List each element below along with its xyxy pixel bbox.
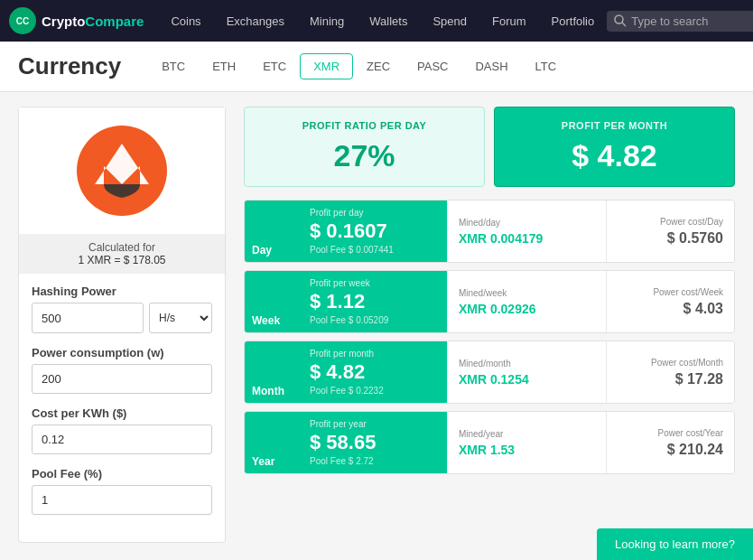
row-profit-value: $ 58.65: [310, 431, 436, 454]
row-profit-cell: Profit per week $ 1.12 Pool Fee $ 0.0520…: [299, 271, 447, 332]
cost-per-kwh-label: Cost per KWh ($): [32, 406, 212, 420]
row-power-value: $ 4.03: [618, 301, 723, 317]
profit-month-card: PROFIT PER MONTH $ 4.82: [494, 107, 735, 187]
profit-ratio-card: PROFIT RATIO PER DAY 27%: [244, 107, 485, 187]
row-mined-label: Mined/day: [459, 218, 596, 228]
profit-month-title: PROFIT PER MONTH: [513, 120, 716, 131]
pool-fee-group: Pool Fee (%): [32, 467, 212, 515]
nav-coins[interactable]: Coins: [158, 0, 213, 42]
tab-pasc[interactable]: PASC: [404, 53, 461, 79]
row-label-cell: Day: [245, 201, 299, 262]
hashing-power-group: Hashing Power H/s KH/s MH/s: [32, 285, 212, 333]
tab-xmr[interactable]: XMR: [300, 53, 353, 79]
tab-eth[interactable]: ETH: [199, 53, 249, 79]
tab-btc[interactable]: BTC: [148, 53, 199, 79]
profit-ratio-value: 27%: [263, 138, 466, 173]
hashing-power-unit-select[interactable]: H/s KH/s MH/s: [149, 303, 212, 333]
row-power-label: Power cost/Year: [618, 428, 723, 438]
nav-spend[interactable]: Spend: [420, 0, 479, 42]
row-profit-label: Profit per year: [310, 419, 436, 429]
row-mined-value: XMR 0.02926: [459, 302, 596, 316]
row-power-label: Power cost/Month: [618, 358, 723, 368]
brand-text-crypto: Crypto: [42, 14, 85, 29]
mining-row: Year Profit per year $ 58.65 Pool Fee $ …: [244, 411, 735, 474]
row-pool-fee: Pool Fee $ 0.2232: [310, 386, 436, 396]
row-profit-label: Profit per month: [310, 349, 436, 359]
svg-point-2: [615, 15, 623, 23]
navbar: CC CryptoCompare Coins Exchanges Mining …: [0, 0, 753, 42]
power-consumption-label: Power consumption (w): [32, 346, 212, 359]
row-power-value: $ 0.5760: [618, 230, 723, 247]
profit-ratio-title: PROFIT RATIO PER DAY: [263, 120, 466, 131]
nav-mining[interactable]: Mining: [297, 0, 357, 42]
row-mined-label: Mined/month: [459, 359, 596, 369]
tab-ltc[interactable]: LTC: [522, 53, 571, 79]
nav-portfolio[interactable]: Portfolio: [539, 0, 608, 42]
tab-zec[interactable]: ZEC: [353, 53, 404, 79]
nav-exchanges[interactable]: Exchanges: [214, 0, 297, 42]
svg-line-3: [622, 23, 626, 26]
left-panel: Calculated for 1 XMR = $ 178.05 Hashing …: [18, 107, 226, 543]
hashing-power-input[interactable]: [32, 303, 144, 333]
row-mined-cell: Mined/year XMR 1.53: [447, 412, 607, 473]
row-profit-value: $ 1.12: [310, 290, 436, 313]
tab-dash[interactable]: DASH: [461, 53, 521, 79]
row-power-cell: Power cost/Year $ 210.24: [606, 412, 734, 473]
row-mined-cell: Mined/day XMR 0.004179: [447, 201, 607, 262]
bottom-banner: Looking to learn more?: [597, 528, 753, 560]
nav-forum[interactable]: Forum: [479, 0, 539, 42]
currency-tabs: BTC ETH ETC XMR ZEC PASC DASH LTC: [148, 53, 570, 79]
search-input[interactable]: [631, 14, 753, 28]
row-power-value: $ 17.28: [618, 371, 723, 387]
row-mined-value: XMR 1.53: [459, 443, 596, 457]
power-consumption-input[interactable]: [32, 364, 212, 394]
row-power-label: Power cost/Week: [618, 287, 723, 297]
right-panel: PROFIT RATIO PER DAY 27% PROFIT PER MONT…: [244, 107, 735, 543]
mining-rows: Day Profit per day $ 0.1607 Pool Fee $ 0…: [244, 200, 735, 474]
mining-row: Month Profit per month $ 4.82 Pool Fee $…: [244, 341, 735, 404]
row-mined-value: XMR 0.1254: [459, 372, 596, 387]
row-label: Week: [252, 314, 280, 327]
row-power-cell: Power cost/Day $ 0.5760: [606, 201, 734, 262]
mining-row: Week Profit per week $ 1.12 Pool Fee $ 0…: [244, 270, 735, 333]
row-mined-label: Mined/year: [459, 429, 596, 439]
row-label: Day: [252, 244, 272, 257]
row-label-cell: Year: [245, 412, 299, 473]
nav-wallets[interactable]: Wallets: [357, 0, 420, 42]
brand-icon: CC: [9, 7, 36, 34]
row-label: Month: [252, 385, 284, 397]
nav-links: Coins Exchanges Mining Wallets Spend For…: [158, 0, 607, 42]
mining-row: Day Profit per day $ 0.1607 Pool Fee $ 0…: [244, 200, 735, 263]
row-mined-label: Mined/week: [459, 288, 596, 298]
cost-per-kwh-input[interactable]: [32, 425, 212, 454]
row-label-cell: Week: [245, 271, 299, 332]
calculated-info: Calculated for 1 XMR = $ 178.05: [19, 234, 225, 274]
row-profit-value: $ 0.1607: [310, 219, 436, 243]
brand-logo-area[interactable]: CC CryptoCompare: [9, 7, 144, 34]
pool-fee-input[interactable]: [32, 485, 212, 515]
calculated-for-line1: Calculated for: [26, 241, 218, 254]
currency-header: Currency BTC ETH ETC XMR ZEC PASC DASH L…: [0, 42, 753, 92]
row-power-cell: Power cost/Month $ 17.28: [606, 341, 734, 403]
pool-fee-label: Pool Fee (%): [32, 467, 212, 481]
row-label: Year: [252, 455, 274, 468]
exchange-rate: 1 XMR = $ 178.05: [26, 254, 218, 266]
row-profit-cell: Profit per year $ 58.65 Pool Fee $ 2.72: [299, 412, 447, 473]
profit-month-value: $ 4.82: [513, 138, 716, 173]
row-profit-cell: Profit per day $ 0.1607 Pool Fee $ 0.007…: [299, 201, 447, 262]
hashing-power-label: Hashing Power: [32, 285, 212, 298]
search-box[interactable]: [607, 11, 753, 32]
coin-logo-area: [19, 107, 225, 234]
row-label-cell: Month: [245, 341, 299, 403]
svg-text:CC: CC: [16, 16, 29, 26]
row-pool-fee: Pool Fee $ 2.72: [310, 456, 436, 466]
row-power-label: Power cost/Day: [618, 217, 723, 227]
brand-text-compare: Compare: [85, 14, 144, 29]
page-title: Currency: [18, 52, 121, 80]
tab-etc[interactable]: ETC: [249, 53, 300, 79]
row-mined-value: XMR 0.004179: [459, 231, 596, 246]
row-power-cell: Power cost/Week $ 4.03: [606, 271, 734, 332]
row-power-value: $ 210.24: [618, 442, 723, 458]
coin-logo: [77, 126, 167, 216]
row-profit-value: $ 4.82: [310, 360, 436, 384]
